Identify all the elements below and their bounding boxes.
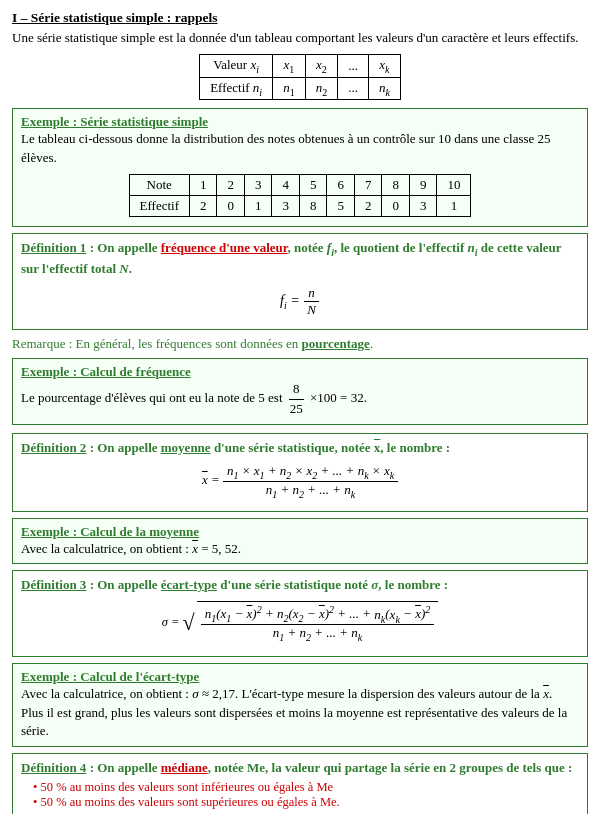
definition1-text: Définition 1 : On appelle fréquence d'un…: [21, 239, 579, 279]
example1-box: Exemple : Série statistique simple Le ta…: [12, 108, 588, 227]
example1-text: Le tableau ci-dessous donne la distribut…: [21, 130, 579, 168]
example2-title: Exemple : Calcul de fréquence: [21, 364, 579, 380]
example1-table: Note12345678910 Effectif2013852031: [129, 174, 472, 217]
definition4-bullets: 50 % au moins des valeurs sont inférieur…: [21, 780, 579, 810]
definition4-text: Définition 4 : On appelle médiane, notée…: [21, 759, 579, 778]
main-table: Valeur xi x1 x2 ... xk Effectif ni n1 n2…: [199, 54, 401, 100]
example4-title: Exemple : Calcul de l'écart-type: [21, 669, 579, 685]
definition1-formula: fi = n N: [21, 285, 579, 318]
example4-box: Exemple : Calcul de l'écart-type Avec la…: [12, 663, 588, 748]
example4-body: Avec la calculatrice, on obtient : σ ≈ 2…: [21, 685, 579, 742]
remark1: Remarque : En général, les fréquences so…: [12, 336, 588, 352]
example1-title: Exemple : Série statistique simple: [21, 114, 579, 130]
definition3-text: Définition 3 : On appelle écart-type d'u…: [21, 576, 579, 595]
definition1-box: Définition 1 : On appelle fréquence d'un…: [12, 233, 588, 330]
example3-title: Exemple : Calcul de la moyenne: [21, 524, 579, 540]
example2-body: Le pourcentage d'élèves qui ont eu la no…: [21, 380, 579, 419]
intro-text: Une série statistique simple est la donn…: [12, 30, 588, 46]
definition3-formula: σ = √ n1(x1 − x)2 + n2(x2 − x)2 + ... + …: [21, 601, 579, 645]
page-title: I – Série statistique simple : rappels: [12, 10, 588, 26]
bullet2: 50 % au moins des valeurs sont supérieur…: [33, 795, 579, 810]
definition2-box: Définition 2 : On appelle moyenne d'une …: [12, 433, 588, 512]
definition2-text: Définition 2 : On appelle moyenne d'une …: [21, 439, 579, 458]
example2-box: Exemple : Calcul de fréquence Le pourcen…: [12, 358, 588, 425]
example3-body: Avec la calculatrice, on obtient : x = 5…: [21, 540, 579, 559]
definition2-formula: x = n1 × x1 + n2 × x2 + ... + nk × xk n1…: [21, 463, 579, 499]
bullet1: 50 % au moins des valeurs sont inférieur…: [33, 780, 579, 795]
example3-box: Exemple : Calcul de la moyenne Avec la c…: [12, 518, 588, 565]
definition4-box: Définition 4 : On appelle médiane, notée…: [12, 753, 588, 814]
definition3-box: Définition 3 : On appelle écart-type d'u…: [12, 570, 588, 656]
